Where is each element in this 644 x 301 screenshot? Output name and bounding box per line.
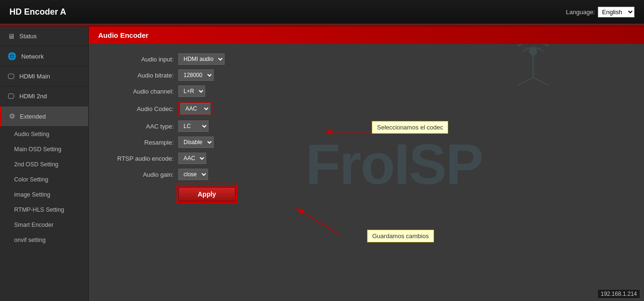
rtsp-audio-select[interactable]: AAC MP3 [178, 153, 206, 164]
audio-channel-label: Audio channel: [103, 88, 178, 95]
language-label: Language: [566, 9, 595, 16]
audio-channel-row: Audio channel: L+R L R [103, 86, 630, 97]
sidebar: 🖥 Status 🌐 Network 🖵 HDMI Main 🖵 HDMI 2n… [0, 26, 89, 301]
aac-type-label: AAC type: [103, 123, 178, 130]
sidebar-label-hdmi-2nd: HDMI 2nd [19, 93, 47, 100]
audio-bitrate-row: Audio bitrate: 128000 64000 32000 [103, 69, 630, 81]
apply-row: Apply [103, 185, 630, 201]
codec-highlight-box: AAC MP3 G711 [178, 102, 212, 116]
apply-arrow [292, 204, 376, 237]
aac-type-select[interactable]: LC HE HEv2 [178, 120, 209, 132]
sidebar-label-hdmi-main: HDMI Main [19, 73, 50, 80]
hdmi-main-icon: 🖵 [8, 72, 15, 80]
audio-channel-select[interactable]: L+R L R [178, 86, 205, 97]
audio-gain-label: Audio gain: [103, 171, 178, 178]
language-select[interactable]: English Chinese [598, 7, 635, 17]
sidebar-item-extended[interactable]: ⚙ Extended [0, 106, 88, 127]
ip-address: 192.168.1.214 [597, 289, 640, 299]
audio-input-row: Audio input: HDMI audio Line In [103, 53, 630, 65]
rtsp-audio-row: RTSP audio encode: AAC MP3 [103, 153, 630, 164]
sidebar-sub-2nd-osd[interactable]: 2nd OSD Setting [0, 157, 88, 172]
sidebar-sub-rtmp-hls[interactable]: RTMP-HLS Setting [0, 202, 88, 217]
sidebar-item-network[interactable]: 🌐 Network [0, 46, 88, 67]
sidebar-label-status: Status [19, 33, 37, 40]
sidebar-sub-smart-encoder[interactable]: Smart Encoder [0, 217, 88, 232]
rtsp-audio-label: RTSP audio encode: [103, 155, 178, 162]
extended-icon: ⚙ [9, 112, 15, 120]
sidebar-item-hdmi-2nd[interactable]: 🖵 HDMI 2nd [0, 86, 88, 106]
codec-arrow [320, 125, 376, 139]
audio-codec-select[interactable]: AAC MP3 G711 [180, 103, 210, 114]
monitor-icon: 🖥 [8, 32, 15, 40]
audio-codec-row: Audio Codec: AAC MP3 G711 [103, 102, 630, 116]
audio-input-label: Audio input: [103, 56, 178, 63]
content-header: Audio Encoder [89, 26, 644, 44]
audio-gain-select[interactable]: close 3dB 6dB 9dB 12dB [178, 169, 208, 180]
sidebar-sub-main-osd[interactable]: Main OSD Setting [0, 142, 88, 157]
apply-button[interactable]: Apply [178, 187, 235, 201]
topbar: HD Encoder A Language: English Chinese [0, 0, 644, 25]
sidebar-label-network: Network [21, 53, 44, 60]
resample-label: Resample: [103, 139, 178, 146]
sidebar-sub-onvif[interactable]: onvif setting [0, 232, 88, 248]
audio-bitrate-select[interactable]: 128000 64000 32000 [178, 69, 214, 81]
apply-annotation: Guardamos cambios [367, 230, 434, 242]
language-section: Language: English Chinese [566, 7, 635, 17]
sidebar-item-hdmi-main[interactable]: 🖵 HDMI Main [0, 67, 88, 86]
content-area: FroISP Audio Encoder Audio input: HDMI a… [89, 26, 644, 301]
audio-bitrate-label: Audio bitrate: [103, 72, 178, 79]
sidebar-item-status[interactable]: 🖥 Status [0, 26, 88, 46]
audio-input-select[interactable]: HDMI audio Line In [178, 53, 225, 65]
network-icon: 🌐 [8, 52, 17, 60]
audio-gain-row: Audio gain: close 3dB 6dB 9dB 12dB [103, 169, 630, 180]
sidebar-sub-image-setting[interactable]: image Setting [0, 187, 88, 202]
codec-annotation: Seleccionamos el codec [372, 121, 448, 134]
apply-highlight: Apply [178, 185, 235, 201]
main-layout: 🖥 Status 🌐 Network 🖵 HDMI Main 🖵 HDMI 2n… [0, 26, 644, 301]
sidebar-sub-color-setting[interactable]: Color Setting [0, 172, 88, 187]
app-title: HD Encoder A [9, 7, 66, 17]
resample-select[interactable]: Disable Enable [178, 137, 214, 148]
hdmi-2nd-icon: 🖵 [8, 92, 15, 100]
audio-codec-label: Audio Codec: [103, 105, 178, 112]
sidebar-label-extended: Extended [20, 113, 46, 120]
sidebar-sub-audio-setting[interactable]: Audio Setting [0, 127, 88, 142]
